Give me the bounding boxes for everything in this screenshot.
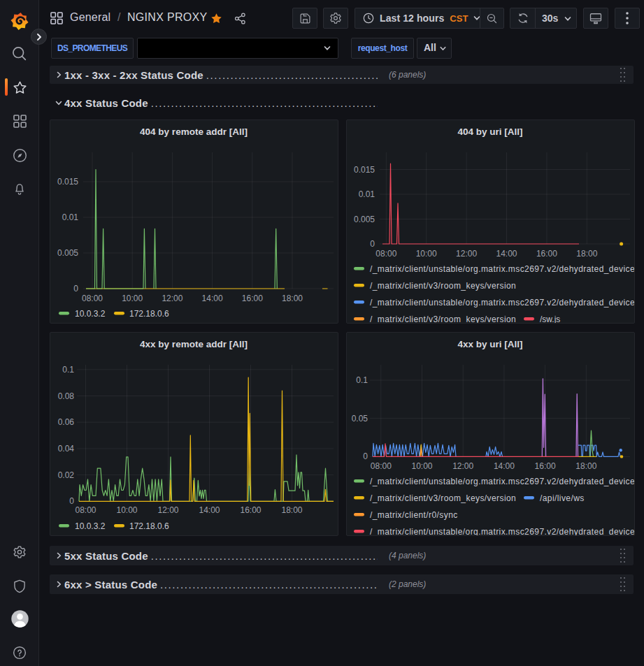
svg-text:08:00: 08:00 xyxy=(75,505,96,515)
svg-text:/_matrix/client/v3/room_keys/v: /_matrix/client/v3/room_keys/version xyxy=(370,281,516,291)
svg-text:14:00: 14:00 xyxy=(494,461,515,471)
svg-text:14:00: 14:00 xyxy=(496,249,517,259)
svg-text:18:00: 18:00 xyxy=(281,505,302,515)
svg-text:0.01: 0.01 xyxy=(62,212,79,222)
svg-text:08:00: 08:00 xyxy=(375,249,396,259)
svg-text:0.04: 0.04 xyxy=(58,444,75,454)
svg-text:0.06: 0.06 xyxy=(58,417,75,427)
svg-text:16:00: 16:00 xyxy=(242,294,263,303)
svg-text:18:00: 18:00 xyxy=(575,461,596,471)
svg-text:0.08: 0.08 xyxy=(58,391,75,401)
svg-text:0.015: 0.015 xyxy=(57,177,78,187)
svg-text:10.0.3.2: 10.0.3.2 xyxy=(75,309,106,319)
svg-text:10:00: 10:00 xyxy=(411,461,432,471)
svg-text:0: 0 xyxy=(363,451,368,461)
svg-text:/_matrix/client/unstable/org.m: /_matrix/client/unstable/org.matrix.msc2… xyxy=(370,264,634,274)
svg-text:10:00: 10:00 xyxy=(116,505,137,515)
svg-text:404 by remote addr [All]: 404 by remote addr [All] xyxy=(140,126,248,137)
svg-text:/_matrix/client/unstable/org.m: /_matrix/client/unstable/org.matrix.msc2… xyxy=(370,477,634,486)
svg-text:/_matrix/client/unstable/org.m: /_matrix/client/unstable/org.matrix.msc2… xyxy=(370,527,634,536)
svg-text:16:00: 16:00 xyxy=(536,249,557,259)
svg-text:08:00: 08:00 xyxy=(82,294,103,303)
svg-text:172.18.0.6: 172.18.0.6 xyxy=(129,521,169,531)
svg-text:16:00: 16:00 xyxy=(240,505,261,515)
svg-text:/_matrix/client/unstable/org.m: /_matrix/client/unstable/org.matrix.msc2… xyxy=(370,298,634,307)
svg-text:18:00: 18:00 xyxy=(282,294,303,303)
svg-text:12:00: 12:00 xyxy=(162,294,183,303)
svg-text:172.18.0.6: 172.18.0.6 xyxy=(129,309,169,319)
svg-text:404 by uri [All]: 404 by uri [All] xyxy=(457,126,522,137)
svg-text:0: 0 xyxy=(370,239,375,249)
svg-text:10:00: 10:00 xyxy=(122,294,143,303)
svg-text:4xx by remote addr [All]: 4xx by remote addr [All] xyxy=(140,339,248,349)
svg-text:0.01: 0.01 xyxy=(359,189,375,199)
svg-text:/_matrix/client/r0/sync: /_matrix/client/r0/sync xyxy=(370,510,458,520)
svg-text:/sw.js: /sw.js xyxy=(540,314,560,324)
svg-text:0.02: 0.02 xyxy=(58,470,75,480)
svg-text:/api/live/ws: /api/live/ws xyxy=(540,493,585,503)
svg-text:12:00: 12:00 xyxy=(452,461,473,471)
svg-text:08:00: 08:00 xyxy=(371,461,392,471)
svg-text:/_matrix/client/v3/room_keys/v: /_matrix/client/v3/room_keys/version xyxy=(370,493,516,503)
svg-text:12:00: 12:00 xyxy=(456,249,477,259)
svg-text:0: 0 xyxy=(73,284,78,294)
svg-text:14:00: 14:00 xyxy=(202,294,223,303)
svg-text:0: 0 xyxy=(69,496,74,506)
svg-text:0.1: 0.1 xyxy=(356,375,368,385)
svg-text:0.005: 0.005 xyxy=(354,215,375,224)
svg-text:4xx by uri [All]: 4xx by uri [All] xyxy=(457,339,522,349)
svg-text:10.0.3.2: 10.0.3.2 xyxy=(75,521,106,531)
svg-text:14:00: 14:00 xyxy=(199,505,220,515)
svg-text:16:00: 16:00 xyxy=(535,461,556,471)
svg-text:12:00: 12:00 xyxy=(157,505,178,515)
svg-text:18:00: 18:00 xyxy=(576,249,597,259)
svg-text:10:00: 10:00 xyxy=(416,249,437,259)
svg-text:0.05: 0.05 xyxy=(352,414,368,424)
svg-text:0.1: 0.1 xyxy=(62,365,74,375)
svg-text:0.005: 0.005 xyxy=(57,248,78,258)
svg-text:0.015: 0.015 xyxy=(354,165,375,175)
svg-text:/_matrix/client/v3/room_keys/v: /_matrix/client/v3/room_keys/version xyxy=(370,314,516,324)
